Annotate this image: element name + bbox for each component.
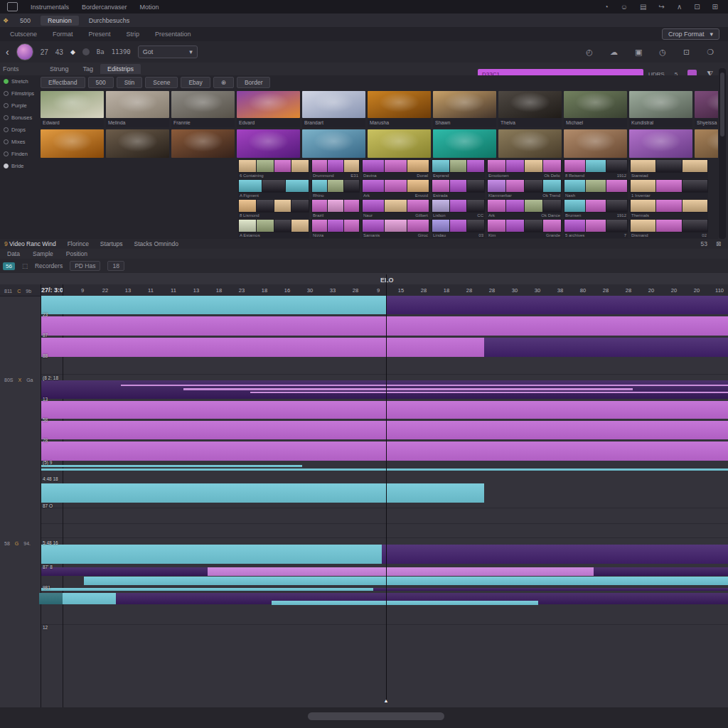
- redo-icon[interactable]: ↪: [659, 3, 665, 11]
- timeline-subtab-2[interactable]: Position: [66, 250, 87, 257]
- media-thumbnail[interactable]: [237, 129, 300, 158]
- media-thumbnail[interactable]: Melinda: [106, 91, 169, 127]
- sidebar-item-2[interactable]: Purple: [0, 100, 39, 112]
- record-dot-icon[interactable]: [82, 48, 90, 55]
- timeline-clip[interactable]: [41, 338, 484, 357]
- filmstrip-clip[interactable]: Brunsen1912: [564, 199, 628, 218]
- media-thumbnail[interactable]: Marusha: [368, 91, 431, 127]
- timeline-clip[interactable]: [41, 421, 728, 439]
- filmstrip-clip[interactable]: SamanisGiroc: [362, 219, 429, 238]
- filmstrip-clip[interactable]: 6 Containing: [238, 159, 309, 178]
- media-thumbnail[interactable]: Edvard: [237, 91, 300, 127]
- filmstrip-clip[interactable]: Esprand: [432, 159, 485, 178]
- timeline-hscrollbar[interactable]: [308, 712, 444, 720]
- browser-scrollbar[interactable]: [719, 68, 726, 239]
- filter-chip-4[interactable]: Ebay: [181, 77, 210, 88]
- media-thumbnail[interactable]: [498, 129, 562, 158]
- project-tab-0[interactable]: 500: [13, 16, 38, 26]
- tool-icon[interactable]: ⬚: [22, 262, 28, 269]
- box-icon[interactable]: ⊡: [683, 48, 690, 57]
- filmstrip-clip[interactable]: ArkEnvoid: [362, 179, 429, 198]
- playhead-marker[interactable]: ▲: [384, 698, 389, 703]
- filmstrip-clip[interactable]: NaurGilbert: [362, 199, 429, 218]
- playhead[interactable]: [386, 274, 387, 702]
- sidebar-item-7[interactable]: Bride: [0, 160, 39, 172]
- browser-tab-0[interactable]: Strung: [43, 64, 76, 74]
- project-tab-1[interactable]: Reunion: [41, 16, 79, 26]
- image-icon[interactable]: ▣: [635, 48, 642, 57]
- account-icon[interactable]: ☺: [621, 3, 628, 11]
- window-icon[interactable]: ⊞: [712, 3, 718, 11]
- timeline-clip[interactable]: [41, 567, 208, 576]
- media-thumbnail[interactable]: [171, 129, 235, 158]
- filmstrip-clip[interactable]: Lindau03: [432, 219, 485, 238]
- snap-button[interactable]: 56: [3, 262, 15, 270]
- timeline-subtab-0[interactable]: Data: [7, 250, 20, 257]
- globe-icon[interactable]: ❍: [707, 48, 714, 57]
- media-thumbnail[interactable]: Thelva: [498, 91, 562, 127]
- filmstrip-clip[interactable]: Nizza: [311, 219, 360, 238]
- media-thumbnail[interactable]: Michael: [564, 91, 627, 127]
- filmstrip-clip[interactable]: 8 Reisend1912: [564, 159, 628, 178]
- timeline-clip[interactable]: [250, 392, 728, 393]
- timeline-clip[interactable]: [41, 401, 728, 419]
- filmstrip-clip[interactable]: 1 Inventar: [630, 179, 708, 198]
- timeline-clip[interactable]: [594, 567, 728, 576]
- filmstrip-clip[interactable]: ArkOk Dance: [487, 199, 562, 218]
- media-thumbnail[interactable]: [41, 129, 104, 158]
- timeline-clip[interactable]: [208, 567, 594, 576]
- filter-chip-0[interactable]: Effectband: [41, 77, 85, 88]
- tool-label-2[interactable]: PD Has: [70, 261, 100, 271]
- media-thumbnail[interactable]: [106, 129, 169, 158]
- timeline-meta-1[interactable]: ⊠: [716, 240, 721, 247]
- preset-dropdown[interactable]: Got ▾: [138, 46, 198, 58]
- media-thumbnail[interactable]: Shawn: [433, 91, 496, 127]
- filmstrip-clip[interactable]: Nash: [564, 179, 628, 198]
- media-thumbnail[interactable]: [433, 129, 496, 158]
- timeline-clip[interactable]: [272, 601, 538, 605]
- back-button[interactable]: ‹: [6, 46, 9, 58]
- menu-item-0[interactable]: Instrumentals: [31, 4, 69, 11]
- filmstrip-clip[interactable]: Dismand02: [630, 219, 708, 238]
- media-thumbnail[interactable]: [564, 129, 627, 158]
- caret-up-icon[interactable]: ∧: [677, 3, 682, 11]
- ribbon-item-3[interactable]: Strip: [127, 31, 140, 38]
- timeline-clip[interactable]: [84, 577, 728, 585]
- timeline-clip[interactable]: [373, 588, 728, 591]
- project-tab-2[interactable]: Durchbesuchs: [82, 16, 137, 26]
- timeline-clip[interactable]: [41, 441, 728, 461]
- sidebar-item-4[interactable]: Drops: [0, 124, 39, 136]
- timer-icon[interactable]: ◴: [586, 48, 593, 57]
- tool-label-1[interactable]: Recorders: [35, 262, 63, 269]
- media-thumbnail[interactable]: Kundistral: [629, 91, 692, 127]
- media-thumbnail[interactable]: Shyeissa: [695, 91, 718, 127]
- timeline-meta-0[interactable]: 53: [700, 240, 707, 247]
- filter-chip-6[interactable]: Border: [237, 77, 271, 88]
- timeline-tab-0[interactable]: 9 Video Ranc Wind: [4, 240, 56, 247]
- filter-chip-5[interactable]: ⊕: [213, 77, 234, 88]
- timeline-clip[interactable]: [41, 465, 302, 467]
- timeline-subtab-1[interactable]: Sample: [33, 250, 53, 257]
- filmstrip-clip[interactable]: A Figment: [238, 179, 309, 198]
- timeline-clip[interactable]: [41, 545, 382, 564]
- sidebar-item-3[interactable]: Bonuses: [0, 112, 39, 124]
- sidebar-item-6[interactable]: Finden: [0, 148, 39, 160]
- filmstrip-clip[interactable]: 5 archives7: [564, 219, 628, 238]
- menu-item-1[interactable]: Bordercanvaser: [82, 4, 127, 11]
- browser-scrollbar-thumb[interactable]: [720, 73, 724, 136]
- filter-chip-3[interactable]: Scene: [145, 77, 178, 88]
- filmstrip-clip[interactable]: EmotionenOk Delic: [487, 159, 562, 178]
- media-thumbnail[interactable]: Edward: [41, 91, 104, 127]
- timeline-clip[interactable]: [41, 483, 484, 503]
- timeline-clip[interactable]: [41, 588, 373, 591]
- filmstrip-clip[interactable]: Stanstad: [630, 159, 708, 178]
- sidebar-item-1[interactable]: Filmstrips: [0, 87, 39, 100]
- avatar[interactable]: [16, 43, 33, 60]
- media-thumbnail[interactable]: [302, 129, 365, 158]
- filmstrip-clip[interactable]: Estrada: [432, 179, 485, 198]
- crop-format-button[interactable]: Crop Format ▾: [662, 28, 719, 40]
- filmstrip-clip[interactable]: KlammerbarOk Trend: [487, 179, 562, 198]
- filmstrip-clip[interactable]: LisbonCC: [432, 199, 485, 218]
- media-thumbnail[interactable]: Brandart: [302, 91, 365, 127]
- timeline-tab-2[interactable]: Startups: [100, 240, 123, 247]
